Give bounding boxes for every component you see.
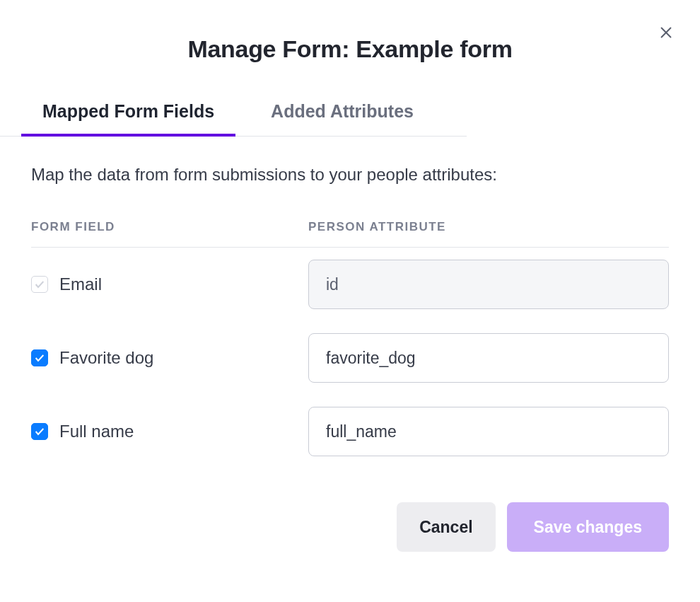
close-button[interactable] (656, 23, 676, 42)
cancel-button[interactable]: Cancel (397, 502, 495, 552)
checkbox-full-name[interactable] (31, 423, 48, 440)
form-field-cell: Email (31, 274, 308, 294)
field-label: Email (59, 274, 102, 294)
form-field-cell: Full name (31, 422, 308, 441)
save-changes-button[interactable]: Save changes (507, 502, 669, 552)
checkbox-favorite-dog[interactable] (31, 349, 48, 366)
person-attribute-cell (308, 333, 669, 383)
tab-mapped-form-fields[interactable]: Mapped Form Fields (21, 101, 235, 136)
form-field-cell: Favorite dog (31, 348, 308, 368)
tabs: Mapped Form Fields Added Attributes (0, 101, 467, 137)
table-row: Full name (31, 395, 669, 468)
close-icon (658, 25, 674, 40)
table-row: Favorite dog (31, 321, 669, 395)
table-row: Email (31, 248, 669, 321)
column-header-person-attribute: PERSON ATTRIBUTE (308, 220, 669, 234)
attribute-input-favorite-dog[interactable] (308, 333, 669, 383)
footer-actions: Cancel Save changes (31, 502, 669, 552)
check-icon (34, 352, 45, 364)
field-label: Full name (59, 422, 134, 441)
person-attribute-cell (308, 407, 669, 456)
tab-added-attributes[interactable]: Added Attributes (250, 101, 435, 136)
field-label: Favorite dog (59, 348, 153, 368)
modal-title: Manage Form: Example form (0, 0, 700, 63)
person-attribute-cell (308, 260, 669, 309)
check-icon (34, 426, 45, 437)
attribute-input-email (308, 260, 669, 309)
description-text: Map the data from form submissions to yo… (31, 165, 669, 185)
checkbox-email (31, 276, 48, 293)
attribute-input-full-name[interactable] (308, 407, 669, 456)
column-header-form-field: FORM FIELD (31, 220, 308, 234)
mapping-table: FORM FIELD PERSON ATTRIBUTE Email Favori… (31, 220, 669, 468)
table-header: FORM FIELD PERSON ATTRIBUTE (31, 220, 669, 248)
check-icon (34, 279, 45, 290)
